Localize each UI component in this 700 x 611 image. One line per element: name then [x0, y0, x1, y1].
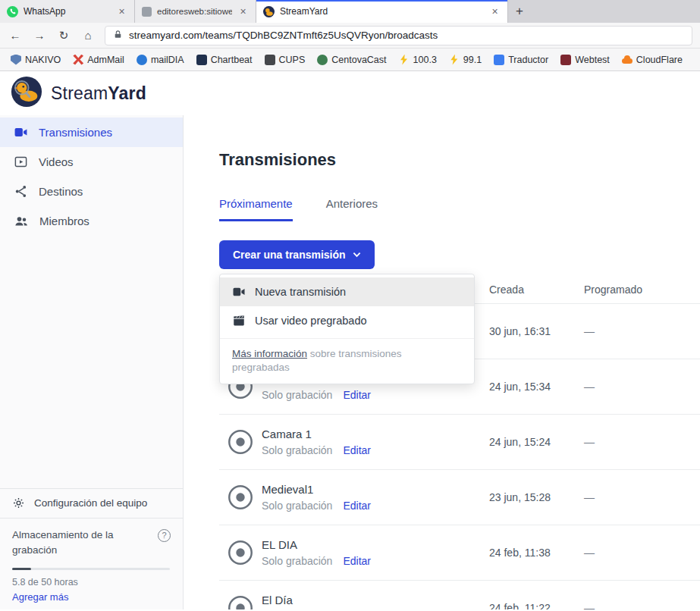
back-icon[interactable]: ←: [8, 29, 23, 42]
tab-title: StreamYard: [280, 6, 484, 17]
bookmark-label: NAKIVO: [25, 55, 61, 65]
bookmarks-bar: NAKIVO AdmMail mailDIA Chartbeat CUPS Ce…: [0, 49, 700, 71]
column-scheduled: Programado: [584, 284, 700, 296]
edit-link[interactable]: Editar: [343, 555, 371, 567]
bookmark-label: Traductor: [508, 55, 548, 65]
create-broadcast-button[interactable]: Crear una transmisión: [219, 240, 375, 269]
reload-icon[interactable]: ↻: [56, 29, 71, 42]
broadcast-type: Solo grabación: [262, 444, 332, 456]
tab-streamyard-active[interactable]: StreamYard ×: [256, 0, 508, 23]
cloud-icon: [622, 55, 633, 65]
translate-icon: [494, 55, 504, 65]
bookmark-centovacast[interactable]: CentovaCast: [312, 55, 391, 65]
chevron-down-icon: [353, 252, 361, 258]
brand-word-yard: Yard: [108, 83, 146, 103]
page-title: Transmisiones: [219, 150, 700, 170]
create-broadcast-label: Crear una transmisión: [233, 249, 346, 261]
scheduled-date: —: [584, 491, 700, 503]
sidebar-item-destinos[interactable]: Destinos: [0, 177, 183, 206]
bookmark-chartbeat[interactable]: Chartbeat: [192, 55, 257, 65]
record-icon: [219, 428, 262, 456]
tab-title: editoresweb:sitioweb:eldia.co: [157, 7, 232, 16]
bookmark-99-1[interactable]: 99.1: [444, 55, 486, 65]
edit-link[interactable]: Editar: [343, 389, 371, 401]
sidebar-bottom: Configuración del equipo Almacenamiento …: [0, 488, 183, 610]
bookmark-cups[interactable]: CUPS: [260, 55, 310, 65]
scheduled-date: —: [584, 325, 700, 337]
browser-nav-bar: ← → ↻ ⌂ streamyard.com/teams/TQDhBC9ZNTm…: [0, 23, 700, 49]
broadcast-type: Solo grabación: [262, 555, 332, 567]
gear-icon: [12, 497, 25, 509]
broadcast-name: EL DIA: [262, 538, 489, 551]
sidebar-item-label: Miembros: [39, 215, 89, 227]
bookmark-label: Chartbeat: [211, 55, 253, 65]
edit-link[interactable]: Editar: [343, 444, 371, 456]
tab-proximamente[interactable]: Próximamente: [219, 197, 293, 221]
tab-anteriores[interactable]: Anteriores: [326, 197, 378, 221]
tab-editoresweb[interactable]: editoresweb:sitioweb:eldia.co ×: [135, 0, 256, 23]
help-icon[interactable]: ?: [158, 529, 171, 542]
brand-word-stream: Stream: [51, 83, 108, 103]
menu-item-prerecorded[interactable]: Usar video pregrabado: [220, 306, 474, 335]
table-row: Camara 1 Solo grabaciónEditar 24 jun, 15…: [219, 415, 700, 470]
chartbeat-icon: [196, 55, 207, 65]
bookmark-cloudflare[interactable]: CloudFlare: [617, 55, 687, 65]
sidebar-item-miembros[interactable]: Miembros: [0, 206, 183, 236]
bookmark-nakivo[interactable]: NAKIVO: [6, 55, 65, 65]
home-icon[interactable]: ⌂: [80, 29, 96, 42]
broadcast-name: Camara 1: [262, 428, 489, 440]
scheduled-date: —: [584, 436, 700, 448]
storage-usage-text: 5.8 de 50 horas: [12, 577, 172, 588]
menu-info-text: Más información sobre transmisiones preg…: [220, 338, 474, 384]
shield-icon: [11, 55, 21, 65]
webtest-icon: [560, 55, 571, 65]
streamyard-header: StreamYard: [0, 71, 700, 115]
video-camera-icon: [14, 125, 28, 139]
sidebar-item-label: Destinos: [39, 185, 83, 198]
broadcast-tabs: Próximamente Anteriores: [219, 197, 700, 221]
storage-progress-fill: [12, 568, 31, 570]
bookmark-admmail[interactable]: AdmMail: [68, 55, 129, 65]
bookmark-label: AdmMail: [87, 55, 124, 65]
new-tab-button[interactable]: +: [508, 0, 531, 23]
address-bar[interactable]: streamyard.com/teams/TQDhBC9ZNTmft6z5UsQ…: [105, 26, 692, 45]
forward-icon[interactable]: →: [32, 29, 47, 42]
more-info-link[interactable]: Más información: [232, 348, 307, 359]
bookmark-webtest[interactable]: Webtest: [556, 55, 614, 65]
bookmark-maildia[interactable]: mailDIA: [132, 55, 189, 65]
whatsapp-icon: [7, 6, 18, 17]
scheduled-date: —: [584, 547, 700, 559]
lightning-icon: [399, 55, 410, 65]
bookmark-100-3[interactable]: 100.3: [394, 55, 441, 65]
browser-window: WhatsApp × editoresweb:sitioweb:eldia.co…: [0, 0, 700, 611]
add-more-link[interactable]: Agregar más: [12, 591, 68, 603]
team-settings-button[interactable]: Configuración del equipo: [0, 488, 183, 519]
bookmark-label: mailDIA: [151, 55, 184, 65]
scheduled-date: —: [584, 381, 700, 393]
created-date: 24 jun, 15:24: [489, 436, 584, 448]
sidebar-item-videos[interactable]: Videos: [0, 147, 183, 177]
close-icon[interactable]: ×: [116, 5, 127, 17]
sidebar-item-transmisiones[interactable]: Transmisiones: [0, 118, 183, 147]
tab-whatsapp[interactable]: WhatsApp ×: [0, 0, 135, 23]
sidebar-item-label: Videos: [39, 155, 74, 168]
close-icon[interactable]: ×: [489, 5, 501, 17]
printer-icon: [265, 55, 275, 65]
tab-title: WhatsApp: [24, 6, 111, 17]
edit-link[interactable]: Editar: [343, 500, 371, 512]
record-icon: [219, 483, 262, 512]
streamyard-logo[interactable]: [11, 76, 42, 111]
bookmark-traductor[interactable]: Traductor: [489, 55, 553, 65]
share-icon: [14, 184, 28, 199]
clapperboard-icon: [232, 314, 246, 327]
streamyard-favicon: [263, 6, 275, 17]
close-icon[interactable]: ×: [237, 5, 249, 17]
create-broadcast-area: Crear una transmisión Nueva transmisión …: [219, 240, 375, 269]
record-icon: [219, 538, 262, 567]
menu-item-label: Usar video pregrabado: [255, 315, 367, 327]
menu-item-new-broadcast[interactable]: Nueva transmisión: [220, 277, 474, 306]
created-date: 24 feb, 11:22: [489, 602, 584, 609]
created-date: 24 jun, 15:34: [489, 381, 584, 393]
brand-wordmark: StreamYard: [51, 83, 146, 104]
bookmark-label: CentovaCast: [331, 55, 386, 65]
